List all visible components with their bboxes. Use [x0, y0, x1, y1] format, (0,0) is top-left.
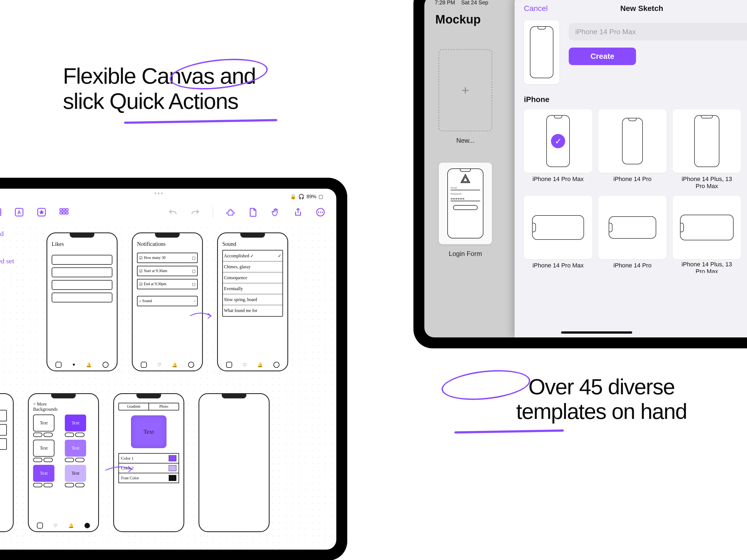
phone-title: Likes [52, 241, 112, 247]
canvas-note-1: found from saved [0, 230, 4, 238]
battery-icon: ▢ [318, 194, 323, 200]
annotation-underline-templates [455, 430, 564, 434]
template-card[interactable]: ✓ [524, 109, 592, 173]
template-label: iPhone 14 Plus, 13 Pro Max [673, 176, 741, 190]
template-label: iPhone 14 Plus, 13 Pro Max [673, 261, 741, 273]
heart-icon: ♥ [73, 362, 75, 367]
logo-icon [460, 173, 471, 184]
toolbar: A [0, 202, 336, 222]
sticker-tool-icon[interactable] [36, 207, 47, 217]
template-label: iPhone 14 Pro [598, 262, 667, 269]
headline-left: Flexible Canvas and slick Quick Actions [63, 63, 256, 114]
svg-rect-10 [66, 212, 68, 214]
new-project-label: New... [439, 137, 492, 144]
headline-left-line2: slick Quick Actions [63, 88, 256, 114]
svg-point-12 [318, 212, 319, 213]
svg-rect-7 [66, 209, 68, 211]
undo-icon[interactable] [168, 207, 178, 217]
login-form-label: Login Form [439, 250, 492, 258]
headline-right-line2: templates on hand [516, 399, 687, 424]
mockup-phone-grid[interactable] [0, 393, 14, 532]
sketch-name-input[interactable]: iPhone 14 Pro Max [569, 23, 747, 41]
plus-icon: + [462, 83, 469, 98]
canvas-note-2: from a predefined set [0, 257, 14, 265]
mockup-phone-blank[interactable] [199, 393, 269, 532]
lock-icon: 🔒 [290, 194, 296, 200]
mockup-phone-backgrounds[interactable]: < More Backgrounds Text Text Text Text T… [28, 393, 99, 532]
phone-title: Sound [222, 241, 283, 247]
text-tool-icon[interactable]: A [14, 207, 24, 217]
ipad-templates-device: 7:28 PM Sat 24 Sep Mockup + New... Email… [413, 0, 747, 348]
headline-right-line1: Over 45 diverse [516, 375, 687, 399]
components-tool-icon[interactable] [59, 207, 69, 217]
create-button[interactable]: Create [569, 48, 636, 65]
canvas-area[interactable]: found from saved from a predefined set T… [0, 224, 336, 550]
template-card[interactable] [673, 196, 741, 259]
battery-text: 89% [307, 194, 316, 200]
page-title: Mockup [435, 12, 481, 26]
mockup-phone-notifications[interactable]: Notifications ☑How many 30▢ ☑Start at 9:… [132, 232, 203, 371]
multitask-dots-icon [154, 193, 163, 194]
check-icon: ✓ [551, 134, 565, 148]
ipad-canvas-device: 🔒 🎧 89% ▢ A [0, 178, 347, 560]
headline-left-line1: Flexible Canvas and [63, 63, 256, 88]
svg-point-14 [322, 212, 323, 213]
template-card[interactable] [598, 109, 667, 173]
new-project-card[interactable]: + [439, 49, 492, 131]
document-icon[interactable] [248, 207, 258, 217]
image-tool-icon[interactable] [0, 207, 2, 217]
arrow-icon [104, 462, 134, 476]
section-title-iphone: iPhone [524, 95, 747, 104]
svg-rect-9 [63, 212, 65, 214]
plugin-icon[interactable] [226, 207, 236, 217]
svg-point-13 [320, 212, 321, 213]
status-bar: 🔒 🎧 89% ▢ [290, 194, 323, 200]
status-date: Sat 24 Sep [461, 0, 488, 5]
hand-tool-icon[interactable] [271, 207, 281, 217]
template-card[interactable] [598, 196, 667, 259]
arrow-icon [189, 309, 213, 323]
template-card[interactable] [673, 109, 741, 173]
status-time: 7:28 PM [435, 0, 455, 5]
template-label: iPhone 14 Pro Max [524, 176, 592, 183]
headline-right: Over 45 diverse templates on hand [516, 375, 687, 424]
cancel-button[interactable]: Cancel [524, 4, 548, 13]
phone-title: < More Backgrounds [33, 402, 94, 412]
login-form-card[interactable]: Email Password ●●●●●●●● [439, 162, 492, 245]
bell-icon: 🔔 [86, 362, 92, 367]
status-bar: 7:28 PM Sat 24 Sep [435, 0, 488, 6]
mockup-phone-sound[interactable]: Sound Accomplished ✓✓ Chimes, glassy Con… [217, 232, 288, 371]
svg-rect-6 [63, 209, 65, 211]
share-icon[interactable] [293, 207, 303, 217]
template-label: iPhone 14 Pro [598, 176, 667, 183]
sheet-header: Cancel New Sketch [515, 0, 747, 20]
template-card[interactable] [524, 196, 592, 259]
selected-template-preview [524, 20, 560, 84]
svg-rect-8 [60, 212, 62, 214]
new-sketch-sheet: Cancel New Sketch iPhone 14 Pro Max Crea… [515, 0, 747, 337]
phone-title: Notifications [137, 241, 198, 247]
mockup-phone-likes[interactable]: Likes ♥🔔 [47, 232, 118, 371]
redo-icon[interactable] [190, 207, 200, 217]
sheet-title: New Sketch [620, 4, 663, 13]
svg-text:A: A [18, 210, 21, 215]
more-icon[interactable] [315, 207, 325, 217]
svg-rect-5 [60, 209, 62, 211]
home-indicator [561, 331, 632, 334]
template-label: iPhone 14 Pro Max [524, 262, 592, 269]
annotation-underline-quick-actions [124, 119, 277, 124]
headphones-icon: 🎧 [298, 194, 304, 200]
